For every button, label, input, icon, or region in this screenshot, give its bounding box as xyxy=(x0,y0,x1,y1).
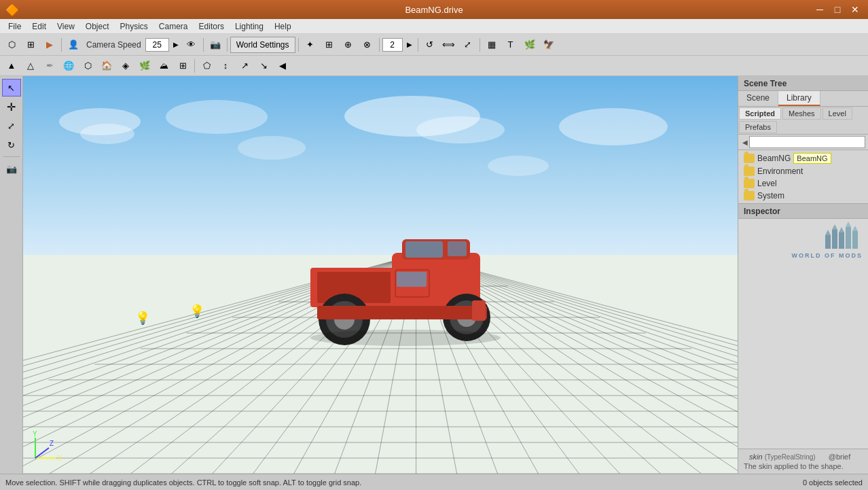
toolbar1-sep2 xyxy=(203,38,204,52)
tb2-btn-3[interactable]: ✒ xyxy=(41,58,58,74)
folder-icon-beamng xyxy=(744,154,755,163)
folder-icon-level xyxy=(744,179,755,188)
ltb-camera-btn[interactable]: 📷 xyxy=(2,160,21,177)
lib-tab-level[interactable]: Level xyxy=(822,107,852,120)
camera-speed-input[interactable] xyxy=(145,38,169,52)
toolbar1-move-btn[interactable]: ⟺ xyxy=(440,37,458,53)
cloud-3 xyxy=(166,100,268,134)
menu-file[interactable]: File xyxy=(3,20,26,33)
tb2-btn-12[interactable]: ↕ xyxy=(217,58,234,74)
tb2-btn-1[interactable]: ▲ xyxy=(3,58,20,74)
tb2-btn-2[interactable]: △ xyxy=(22,58,39,74)
lib-tab-meshes[interactable]: Meshes xyxy=(782,107,821,120)
cloud-7 xyxy=(488,156,549,176)
minimize-button[interactable]: ─ xyxy=(812,3,827,16)
tb2-btn-11[interactable]: ⬠ xyxy=(198,58,215,74)
toolbar1-open-btn[interactable]: ⊞ xyxy=(22,37,39,53)
svg-text:Y: Y xyxy=(33,431,37,438)
menu-view[interactable]: View xyxy=(52,20,80,33)
search-input[interactable] xyxy=(749,136,865,148)
toolbar1-sep7 xyxy=(480,38,480,52)
titlebar-buttons: ─ □ ✕ xyxy=(812,3,863,16)
menu-object[interactable]: Object xyxy=(80,20,115,33)
toolbar1-cam-btn[interactable]: 📷 xyxy=(206,37,224,53)
camera-speed-arrow[interactable]: ▶ xyxy=(170,37,181,53)
folder-icon-system xyxy=(744,191,755,200)
ltb-rotate-btn[interactable]: ↻ xyxy=(2,136,21,154)
toolbar1-tree-btn[interactable]: 🌿 xyxy=(521,37,539,53)
folder-icon-environment xyxy=(744,167,755,176)
titlebar: 🔶 BeamNG.drive ─ □ ✕ xyxy=(0,0,868,19)
toolbar1-avatar-btn[interactable]: 👤 xyxy=(65,37,82,53)
tree-item-environment[interactable]: Environment xyxy=(738,165,868,177)
tb2-btn-13[interactable]: ↗ xyxy=(236,58,253,74)
tb2-btn-7[interactable]: ◈ xyxy=(117,58,134,74)
tb2-btn-6[interactable]: 🏠 xyxy=(98,58,115,74)
snap-value-input[interactable] xyxy=(382,38,403,52)
toolbar1-select-btn[interactable]: ✦ xyxy=(302,37,319,53)
tb2-btn-15[interactable]: ◀ xyxy=(274,58,291,74)
menu-help[interactable]: Help xyxy=(269,20,297,33)
statusbar-right: 0 objects selected xyxy=(803,478,863,487)
lib-tab-scripted[interactable]: Scripted xyxy=(739,107,781,120)
svg-rect-23 xyxy=(825,235,831,249)
axis-indicator: X Y Z xyxy=(29,431,62,468)
world-settings-button[interactable]: World Settings xyxy=(230,37,295,53)
tb2-btn-5[interactable]: ⬡ xyxy=(79,58,96,74)
close-button[interactable]: ✕ xyxy=(848,3,863,16)
tb2-btn-8[interactable]: 🌿 xyxy=(136,58,153,74)
lib-tab-prefabs[interactable]: Prefabs xyxy=(739,121,777,133)
ltb-select-btn[interactable]: ↖ xyxy=(2,79,21,97)
inspector-header: Inspector xyxy=(738,204,868,219)
svg-text:X: X xyxy=(57,455,62,462)
tree-item-level[interactable]: Level xyxy=(738,177,868,190)
svg-marker-32 xyxy=(852,226,858,231)
tab-scene[interactable]: Scene xyxy=(738,91,778,106)
toolbar1-grid-btn[interactable]: ⊞ xyxy=(321,37,338,53)
toolbar1-select2-btn[interactable]: ▦ xyxy=(483,37,501,53)
toolbar1-eye-btn[interactable]: 👁 xyxy=(183,37,200,53)
snap-value-arrow[interactable]: ▶ xyxy=(404,37,415,53)
tree-item-beamng[interactable]: BeamNG BeamNG xyxy=(738,152,868,165)
inspector-footer: skin (TypeRealString) @brief The skin ap… xyxy=(738,449,868,474)
camera-speed-label: Camera Speed xyxy=(86,40,141,50)
toolbar1-play-btn[interactable]: ▶ xyxy=(41,37,58,53)
toolbar1-new-btn[interactable]: ⬡ xyxy=(3,37,20,53)
toolbar1-bird-btn[interactable]: 🦅 xyxy=(540,37,558,53)
tree-item-system[interactable]: System xyxy=(738,190,868,202)
inspector-panel: Inspector xyxy=(738,203,868,474)
beamng-tooltip: BeamNG xyxy=(793,153,831,164)
toolbar1-rotate1-btn[interactable]: ↺ xyxy=(421,37,439,53)
search-bar: ◀ xyxy=(738,135,868,150)
toolbar1-snap1-btn[interactable]: ⊕ xyxy=(340,37,357,53)
search-back-arrow[interactable]: ◀ xyxy=(741,139,749,146)
menubar: File Edit View Object Physics Camera Edi… xyxy=(0,19,868,34)
tab-library[interactable]: Library xyxy=(778,91,820,106)
titlebar-left: 🔶 xyxy=(5,3,19,16)
main-area: ↖ ✛ ⤢ ↻ 📷 xyxy=(0,76,868,474)
statusbar-left: Move selection. SHIFT while dragging dup… xyxy=(5,478,361,487)
restore-button[interactable]: □ xyxy=(830,3,845,16)
cloud-6 xyxy=(416,116,505,143)
tree-item-environment-label: Environment xyxy=(757,167,803,176)
tb2-btn-4[interactable]: 🌐 xyxy=(60,58,77,74)
tb2-btn-9[interactable]: ⛰ xyxy=(155,58,173,74)
toolbar2: ▲ △ ✒ 🌐 ⬡ 🏠 ◈ 🌿 ⛰ ⊞ ⬠ ↕ ↗ ↘ ◀ xyxy=(0,56,868,76)
lamp-2: 💡 xyxy=(135,311,150,326)
menu-physics[interactable]: Physics xyxy=(115,20,153,33)
menu-edit[interactable]: Edit xyxy=(26,20,52,33)
toolbar1-sep4 xyxy=(298,38,299,52)
viewport[interactable]: 💡 💡 X Y Z xyxy=(23,76,738,474)
tb2-btn-10[interactable]: ⊞ xyxy=(174,58,192,74)
ltb-scale-btn[interactable]: ⤢ xyxy=(2,117,21,135)
library-tabs: Scripted Meshes Level Prefabs xyxy=(738,107,868,135)
lamp-1: 💡 xyxy=(189,304,204,319)
menu-editors[interactable]: Editors xyxy=(194,20,230,33)
toolbar1-scale-btn[interactable]: ⤢ xyxy=(459,37,477,53)
ltb-move-btn[interactable]: ✛ xyxy=(2,98,21,116)
tb2-btn-14[interactable]: ↘ xyxy=(255,58,272,74)
toolbar1-snap2-btn[interactable]: ⊗ xyxy=(359,37,376,53)
menu-camera[interactable]: Camera xyxy=(153,20,194,33)
toolbar1-text-btn[interactable]: T xyxy=(502,37,520,53)
menu-lighting[interactable]: Lighting xyxy=(230,20,269,33)
